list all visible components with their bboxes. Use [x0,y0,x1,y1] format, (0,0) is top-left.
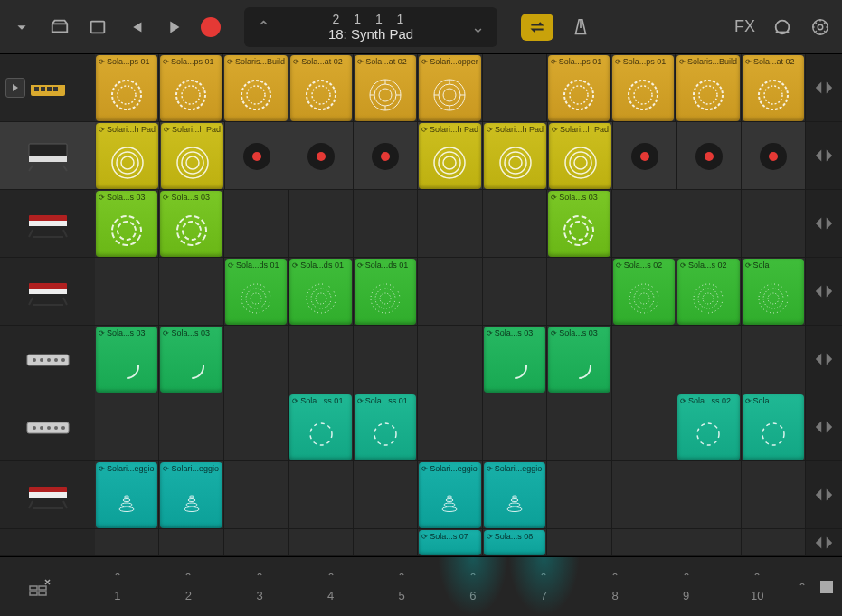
clip[interactable]: ⟳Sola...s 03 [548,191,610,257]
stop-all-button[interactable] [811,557,843,616]
cell[interactable]: ⟳Sola...at 02 [742,54,806,122]
track-header-bass1[interactable] [0,326,95,393]
cell[interactable] [354,461,418,529]
clip[interactable]: ⟳Solari...h Pad [484,123,546,189]
cell[interactable] [483,258,547,326]
cell[interactable] [547,461,611,529]
empty-record-slot[interactable] [678,123,740,189]
cell[interactable] [483,54,547,122]
column-trigger[interactable]: ⌃4 [295,557,366,616]
empty-record-slot[interactable] [226,123,288,189]
cell[interactable]: ⟳Sola...s 03 [547,326,611,393]
clip[interactable]: ⟳Sola...s 08 [484,530,545,555]
track-header-drum[interactable] [0,54,95,122]
cell[interactable]: ⟳Solaris...Build [223,54,289,122]
column-trigger[interactable]: ⌃8 [580,557,651,616]
cell[interactable]: ⟳Solari...eggio [418,461,482,529]
cell[interactable]: ⟳Sola...s 02 [612,258,676,326]
clip[interactable]: ⟳Sola...ds 01 [225,259,287,325]
cell[interactable]: ⟳Sola...at 02 [289,54,354,122]
cell[interactable]: ⟳Sola...ps 01 [547,54,611,122]
track-header-synth[interactable] [0,122,95,190]
cell[interactable] [289,529,353,556]
settings-gear-icon[interactable] [809,16,831,38]
cell[interactable] [354,326,418,393]
display-next-icon[interactable]: ⌄ [468,14,488,41]
cell[interactable]: ⟳Solari...h Pad [483,122,548,190]
inbox-icon[interactable] [49,16,71,38]
cell[interactable] [742,122,806,190]
cell[interactable]: ⟳Sola...s 08 [483,529,547,556]
clip[interactable]: ⟳Solari...opper [419,55,481,121]
clip[interactable]: ⟳Sola...at 02 [743,55,804,121]
cell[interactable]: ⟳Sola...ds 01 [354,258,418,326]
clip[interactable]: ⟳Sola...s 03 [160,191,222,257]
empty-record-slot[interactable] [743,123,804,189]
clip[interactable]: ⟳Solaris...Build [676,55,740,121]
lcd-display[interactable]: ⌃ 2 1 1 1 18: Synth Pad ⌄ [244,7,497,47]
row-trigger-handle[interactable] [806,54,842,122]
cell[interactable] [742,461,806,529]
cell[interactable] [547,393,611,461]
cell[interactable] [224,326,289,393]
row-trigger-handle[interactable] [806,122,842,190]
clip[interactable]: ⟳Sola...at 02 [355,55,416,121]
grid-edit-button[interactable] [0,557,82,616]
cell[interactable] [289,461,353,529]
clip[interactable]: ⟳Sola...s 03 [548,327,610,393]
clip[interactable]: ⟳Sola...s 07 [419,530,480,555]
clip[interactable]: ⟳Sola...ss 02 [677,394,739,460]
cell[interactable] [742,190,806,258]
clip[interactable]: ⟳Sola...at 02 [290,55,352,121]
clip[interactable]: ⟳Sola...ss 01 [289,394,351,460]
rewind-button[interactable] [125,16,147,38]
clip[interactable]: ⟳Sola...ds 01 [355,259,416,325]
cell[interactable]: ⟳Solari...opper [418,54,483,122]
cell[interactable] [612,326,676,393]
clip[interactable]: ⟳Sola...ps 01 [96,55,157,121]
track-header-extra[interactable] [0,529,95,556]
clip[interactable]: ⟳Solari...h Pad [161,123,223,189]
cell[interactable] [95,393,159,461]
cell[interactable]: ⟳Solari...h Pad [160,122,225,190]
clip[interactable]: ⟳Sola...ss 01 [355,394,416,460]
menu-dropdown-icon[interactable] [11,16,33,38]
row-trigger-handle[interactable] [806,190,842,258]
clip[interactable]: ⟳Solari...h Pad [96,123,158,189]
track-header-keys1[interactable] [0,190,95,258]
cell[interactable]: ⟳Sola...ss 01 [289,393,353,461]
column-trigger[interactable]: ⌃7 [508,557,580,616]
cell[interactable] [418,393,482,461]
track-header-keys2[interactable] [0,258,95,326]
track-header-keys3[interactable] [0,461,95,529]
cell[interactable] [418,326,482,393]
cell[interactable] [612,461,676,529]
cell[interactable]: ⟳Sola...ps 01 [95,54,159,122]
clip[interactable]: ⟳Sola [743,259,804,325]
clip[interactable]: ⟳Solaris...Build [224,55,288,121]
cell[interactable] [159,258,223,326]
empty-record-slot[interactable] [614,123,676,189]
cell[interactable] [676,461,741,529]
cell[interactable]: ⟳Sola...s 03 [95,190,159,258]
column-trigger[interactable]: ⌃2 [153,557,224,616]
clip[interactable]: ⟳Sola...ps 01 [612,55,674,121]
clip[interactable]: ⟳Sola...s 02 [613,259,675,325]
clip[interactable]: ⟳Sola...ps 01 [160,55,222,121]
clip[interactable]: ⟳Sola...s 03 [96,191,157,257]
clip[interactable]: ⟳Sola...s 03 [484,327,545,393]
cell[interactable] [676,529,741,556]
cell[interactable]: ⟳Sola [742,393,806,461]
column-trigger[interactable]: ⌃3 [224,557,296,616]
cell[interactable]: ⟳Sola...ps 01 [159,54,223,122]
cell[interactable] [354,529,418,556]
display-prev-icon[interactable]: ⌃ [253,14,274,41]
column-trigger[interactable]: ⌃5 [366,557,438,616]
row-trigger-handle[interactable] [806,529,842,556]
cell[interactable] [676,190,741,258]
row-trigger-handle[interactable] [806,258,842,326]
clip[interactable]: ⟳Sola...s 03 [96,327,157,393]
cell[interactable] [159,529,223,556]
cell[interactable] [483,190,547,258]
cell[interactable] [159,393,223,461]
